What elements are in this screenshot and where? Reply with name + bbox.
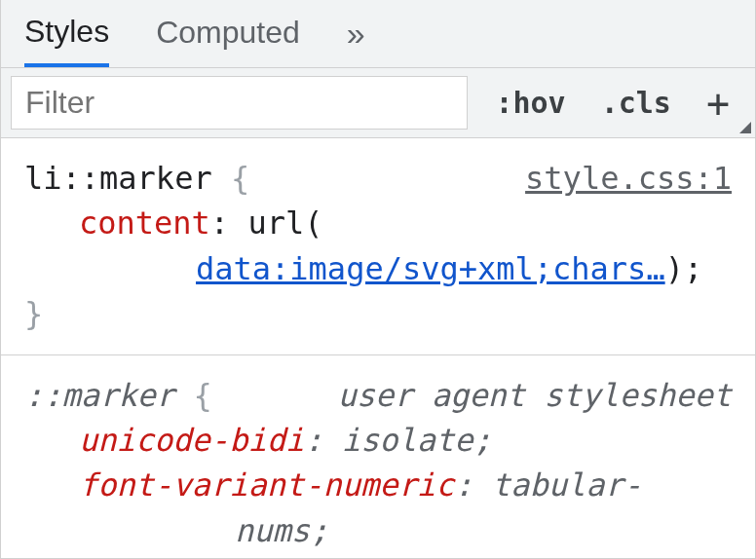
property-value-line1: tabular- xyxy=(492,466,642,503)
source-link[interactable]: style.css:1 xyxy=(525,156,732,201)
close-brace: } xyxy=(24,291,732,336)
styles-toolbar: :hov .cls + xyxy=(1,68,755,138)
declarations: unicode-bidi: isolate; font-variant-nume… xyxy=(24,418,732,553)
close-brace: } xyxy=(24,553,732,558)
filter-input-wrap xyxy=(1,68,477,137)
style-rule: li::marker { style.css:1 content: url( d… xyxy=(1,138,755,355)
selector[interactable]: ::marker xyxy=(24,377,174,414)
property-value-prefix: url( xyxy=(247,205,322,242)
open-brace: { xyxy=(193,377,211,414)
property-value: isolate; xyxy=(342,422,492,459)
declarations: content: url( data:image/svg+xml;chars…)… xyxy=(24,201,732,291)
dropdown-corner-icon xyxy=(739,122,751,133)
declaration[interactable]: unicode-bidi: isolate; xyxy=(79,418,732,463)
rule-header: ::marker { user agent stylesheet xyxy=(24,373,732,418)
tab-styles[interactable]: Styles xyxy=(24,14,109,67)
property-name: font-variant-numeric xyxy=(79,466,454,503)
filter-input[interactable] xyxy=(11,76,468,130)
declaration[interactable]: content: url( data:image/svg+xml;chars…)… xyxy=(79,201,732,291)
plus-icon: + xyxy=(706,81,730,126)
open-brace: { xyxy=(231,160,249,197)
hov-toggle[interactable]: :hov xyxy=(477,68,583,137)
new-style-rule-button[interactable]: + xyxy=(689,68,755,137)
property-value-line2: nums; xyxy=(79,508,732,553)
declaration[interactable]: font-variant-numeric: tabular- nums; xyxy=(79,463,732,553)
property-name: unicode-bidi xyxy=(79,422,304,459)
rule-header: li::marker { style.css:1 xyxy=(24,156,732,201)
styles-panel: Styles Computed » :hov .cls + li::marker… xyxy=(0,0,756,559)
style-rule: ::marker { user agent stylesheet unicode… xyxy=(1,355,755,558)
rules-list: li::marker { style.css:1 content: url( d… xyxy=(1,138,755,558)
property-value-suffix: ); xyxy=(665,250,703,287)
property-name: content xyxy=(79,205,210,242)
selector[interactable]: li::marker xyxy=(24,160,212,197)
cls-toggle[interactable]: .cls xyxy=(584,68,689,137)
tabs-overflow-button[interactable]: » xyxy=(347,15,369,64)
tab-computed[interactable]: Computed xyxy=(156,15,300,64)
tabbar: Styles Computed » xyxy=(1,0,755,68)
source-label: user agent stylesheet xyxy=(337,373,732,418)
url-link[interactable]: data:image/svg+xml;chars… xyxy=(196,250,665,287)
